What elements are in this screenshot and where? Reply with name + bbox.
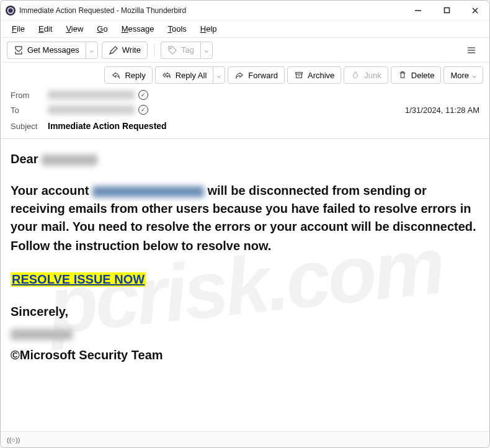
body-paragraph-2: Follow the instruction below to resolve … bbox=[11, 237, 479, 255]
forward-icon bbox=[234, 70, 244, 80]
connection-indicator-icon[interactable]: ((○)) bbox=[7, 436, 20, 444]
reply-all-dropdown[interactable]: ⌵ bbox=[213, 66, 225, 84]
titlebar: Immediate Action Requested - Mozilla Thu… bbox=[1, 1, 489, 20]
delete-label: Delete bbox=[411, 71, 435, 80]
window-title: Immediate Action Requested - Mozilla Thu… bbox=[19, 6, 186, 15]
from-value-redacted bbox=[48, 91, 135, 99]
close-button[interactable] bbox=[461, 1, 489, 20]
app-window: Immediate Action Requested - Mozilla Thu… bbox=[0, 0, 490, 448]
verified-icon: ✓ bbox=[138, 90, 148, 100]
from-label: From bbox=[11, 91, 48, 100]
more-button[interactable]: More ⌵ bbox=[443, 66, 483, 84]
reply-icon bbox=[111, 70, 121, 80]
tag-button[interactable]: Tag bbox=[161, 42, 200, 59]
window-controls bbox=[404, 1, 489, 20]
menubar: File Edit View Go Message Tools Help bbox=[1, 20, 489, 38]
menu-help[interactable]: Help bbox=[194, 22, 223, 35]
menu-go[interactable]: Go bbox=[91, 22, 114, 35]
svg-rect-2 bbox=[444, 8, 449, 13]
resolve-issue-link[interactable]: RESOLVE ISSUE NOW bbox=[11, 272, 146, 287]
recipient-name-redacted bbox=[42, 155, 97, 166]
message-body: pcrisk.com Dear Your account will be dis… bbox=[1, 139, 489, 431]
menu-tools[interactable]: Tools bbox=[161, 22, 192, 35]
main-toolbar: Get Messages ⌵ Write Tag ⌵ bbox=[1, 38, 489, 63]
reply-label: Reply bbox=[125, 71, 145, 80]
tag-label: Tag bbox=[181, 45, 194, 55]
greeting-text: Dear bbox=[11, 152, 42, 166]
reply-all-button[interactable]: Reply All bbox=[155, 66, 213, 84]
forward-label: Forward bbox=[248, 71, 278, 80]
more-label: More bbox=[450, 71, 469, 80]
tag-dropdown[interactable]: ⌵ bbox=[200, 42, 213, 59]
svg-point-0 bbox=[8, 7, 14, 13]
copyright-line: ©Microsoft Security Team bbox=[11, 346, 479, 364]
hamburger-menu[interactable] bbox=[460, 42, 483, 59]
sender-name-line bbox=[11, 325, 479, 343]
toolbar-divider bbox=[154, 43, 154, 57]
body-text: Your account bbox=[11, 184, 92, 197]
download-icon bbox=[14, 45, 24, 55]
subject-value: Immediate Action Requested bbox=[48, 121, 167, 131]
trash-icon bbox=[398, 70, 408, 80]
maximize-button[interactable] bbox=[432, 1, 461, 20]
chevron-down-icon: ⌵ bbox=[473, 72, 476, 79]
menu-message[interactable]: Message bbox=[115, 22, 161, 35]
sender-name-redacted bbox=[11, 329, 73, 340]
menu-file[interactable]: File bbox=[6, 22, 31, 35]
archive-label: Archive bbox=[308, 71, 334, 80]
verified-icon: ✓ bbox=[138, 105, 148, 115]
sign-off: Sincerely, bbox=[11, 303, 479, 321]
write-label: Write bbox=[122, 45, 141, 55]
menu-edit[interactable]: Edit bbox=[32, 22, 58, 35]
subject-row: Subject Immediate Action Requested bbox=[11, 117, 479, 137]
minimize-button[interactable] bbox=[404, 1, 432, 20]
get-messages-label: Get Messages bbox=[27, 45, 79, 55]
chevron-down-icon: ⌵ bbox=[217, 72, 221, 79]
message-toolbar: Reply Reply All ⌵ Forward Archive bbox=[1, 63, 489, 87]
menu-view[interactable]: View bbox=[60, 22, 89, 35]
write-button[interactable]: Write bbox=[102, 42, 148, 59]
to-value-redacted bbox=[48, 105, 135, 114]
junk-label: Junk bbox=[364, 71, 381, 80]
archive-icon bbox=[294, 70, 304, 80]
get-messages-dropdown[interactable]: ⌵ bbox=[86, 42, 98, 59]
get-messages-button[interactable]: Get Messages bbox=[7, 42, 86, 59]
tag-icon bbox=[167, 45, 177, 55]
reply-button[interactable]: Reply bbox=[104, 66, 152, 84]
message-date: 1/31/2024, 11:28 AM bbox=[405, 105, 479, 115]
from-row: From ✓ bbox=[11, 87, 479, 102]
to-label: To bbox=[11, 105, 48, 115]
statusbar: ((○)) bbox=[1, 431, 489, 447]
to-row: To ✓ 1/31/2024, 11:28 AM bbox=[11, 102, 479, 117]
chevron-down-icon: ⌵ bbox=[90, 47, 94, 53]
greeting-line: Dear bbox=[11, 150, 479, 168]
account-email-redacted bbox=[92, 186, 204, 197]
pencil-icon bbox=[109, 45, 118, 55]
subject-label: Subject bbox=[11, 122, 48, 131]
svg-rect-9 bbox=[296, 73, 303, 74]
message-header: From ✓ To ✓ 1/31/2024, 11:28 AM Subject … bbox=[1, 87, 489, 139]
reply-all-label: Reply All bbox=[176, 71, 207, 80]
svg-point-5 bbox=[170, 48, 171, 49]
app-icon bbox=[6, 6, 16, 16]
chevron-down-icon: ⌵ bbox=[205, 47, 208, 53]
junk-button[interactable]: Junk bbox=[344, 66, 388, 84]
body-paragraph-1: Your account will be disconnected from s… bbox=[11, 182, 479, 236]
archive-button[interactable]: Archive bbox=[287, 66, 341, 84]
forward-button[interactable]: Forward bbox=[228, 66, 285, 84]
delete-button[interactable]: Delete bbox=[391, 66, 442, 84]
reply-all-icon bbox=[162, 70, 172, 80]
menu-icon bbox=[466, 45, 476, 55]
junk-icon bbox=[350, 70, 360, 80]
